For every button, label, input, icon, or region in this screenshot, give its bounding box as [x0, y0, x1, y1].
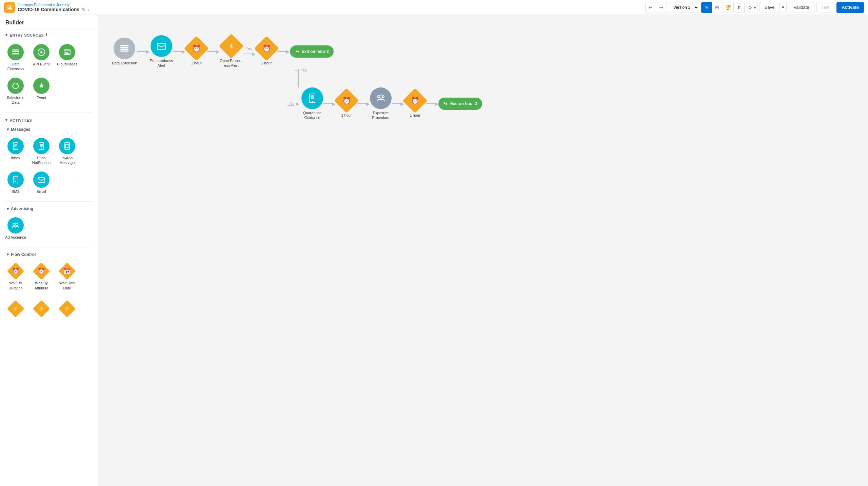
breadcrumb: Journeys Dashboard > Journey COVID-19 Co… — [18, 3, 89, 12]
activity-inbox[interactable]: Inbox — [3, 135, 28, 167]
arrow-5: ▶ — [286, 49, 290, 54]
canvas[interactable]: Data Extension ▶ PreparednessAlert — [98, 15, 868, 486]
entry-data-extension[interactable]: Data Extension — [3, 41, 28, 74]
arrow-4: ▶ — [252, 51, 256, 57]
cloudpages-label: CloudPages — [57, 62, 77, 66]
activity-ad-audience[interactable]: Ad Audience — [3, 215, 28, 242]
gear-button[interactable]: ⚙ ▾ — [747, 2, 757, 13]
node-wait-4[interactable]: ⏰ 1 hour — [404, 90, 426, 118]
wait-date-icon-wrap: 📅 — [59, 263, 75, 279]
template-button[interactable]: ⊞ — [712, 2, 723, 13]
email-label: Email — [37, 189, 46, 194]
test-button[interactable]: Test — [816, 2, 835, 13]
node-exit-2[interactable]: ⤷ Exit on hour 2 — [290, 45, 334, 58]
ad-audience-icon — [7, 217, 24, 234]
activity-wait-date[interactable]: 📅 Wait Until Date — [55, 260, 79, 292]
entry-cloudpages[interactable]: CloudPages — [55, 41, 79, 74]
wait-4-icon: ⏰ — [411, 97, 419, 105]
svg-rect-13 — [14, 145, 17, 146]
flow-control-subsection[interactable]: ▾ Flow Control — [0, 249, 98, 258]
data-extension-label: Data Extension — [5, 62, 26, 72]
no-text: No — [290, 101, 294, 105]
messages-grid: Inbox Push Notification In-App Message S… — [0, 133, 98, 199]
node-quarantine[interactable]: QuarantineGuidance — [301, 87, 323, 120]
builder-title: Builder — [0, 15, 98, 29]
svg-rect-17 — [40, 144, 43, 147]
activity-wait-duration[interactable]: ⏰ Wait By Duration — [3, 260, 28, 292]
connector-no-3: ▶ — [357, 101, 370, 106]
activity-email[interactable]: Email — [29, 169, 54, 196]
redo-button[interactable]: ↪ — [656, 2, 667, 13]
activity-sms[interactable]: SMS — [3, 169, 28, 196]
node-preparedness-alert[interactable]: PreparednessAlert — [150, 35, 173, 68]
branch-connector: Yes — [112, 68, 854, 72]
flow-control-grid: ⏰ Wait By Duration ⏰ Wait By Attribute 📅 — [0, 258, 98, 296]
trophy-button[interactable]: 🏆 — [723, 2, 734, 13]
no-branch-flow: No ▶ QuarantineGuidance — [288, 87, 482, 120]
connector-4-wrap: Yes ▶ — [243, 46, 256, 57]
entry-sources-section[interactable]: ▾ ENTRY SOURCES ℹ — [0, 29, 98, 39]
messages-subsection[interactable]: ▾ Messages — [0, 124, 98, 133]
activity-flow-5[interactable]: ⚡ — [29, 298, 54, 319]
event-label: Event — [37, 95, 46, 100]
export-button[interactable]: ⬆ — [734, 2, 745, 13]
divider-3 — [5, 247, 93, 247]
flow-control-label: Flow Control — [11, 252, 36, 257]
node-wait-3[interactable]: ⏰ 1 hour — [336, 90, 357, 118]
node-open-prep[interactable]: ✳ Open Prepa...ess Alert — [220, 35, 243, 68]
entry-api-event[interactable]: API Event — [29, 41, 54, 74]
save-dropdown-button[interactable]: ▾ — [780, 2, 787, 13]
activity-flow-4[interactable]: ⚡ — [3, 298, 28, 319]
activities-section[interactable]: ▾ ACTIVITIES — [0, 115, 98, 124]
api-event-icon — [33, 44, 50, 60]
svg-rect-24 — [14, 180, 16, 180]
wait-3-icon: ⏰ — [342, 97, 351, 105]
inbox-label: Inbox — [11, 156, 20, 160]
push-icon — [33, 138, 50, 154]
node-wait-1[interactable]: ⏰ 1 hour — [185, 38, 207, 65]
svg-rect-10 — [65, 53, 69, 54]
breadcrumb-chevron[interactable]: › — [87, 7, 89, 12]
breadcrumb-top[interactable]: Journeys Dashboard > Journey — [18, 3, 89, 7]
inapp-label: In-App Message — [56, 156, 78, 165]
connector-5: ▶ — [277, 49, 290, 54]
inapp-icon — [59, 138, 75, 154]
activate-button[interactable]: Activate — [836, 2, 864, 13]
edit-mode-button[interactable]: ✎ — [701, 2, 712, 13]
node-exit-3[interactable]: ⤷ Exit on hour 3 — [438, 98, 482, 110]
svg-point-18 — [41, 148, 42, 149]
wait-4-label: 1 hour — [410, 113, 420, 118]
activity-inapp[interactable]: In-App Message — [55, 135, 79, 167]
svg-point-27 — [13, 223, 16, 226]
inbox-icon — [7, 138, 24, 154]
undo-button[interactable]: ↩ — [645, 2, 656, 13]
no-horiz — [288, 105, 294, 106]
edit-title-icon[interactable]: ✎ — [81, 7, 85, 12]
entry-salesforce-data[interactable]: Salesforce Data — [3, 75, 28, 107]
arrow-no-5: ▶ — [435, 101, 438, 106]
activities-caret: ▾ — [5, 118, 8, 122]
node-data-extension[interactable]: Data Extension — [112, 38, 137, 65]
node-exposure[interactable]: ExposureProcedure — [370, 87, 392, 120]
arrow-no-1: ▶ — [296, 101, 299, 106]
activity-flow-6[interactable]: ⚡ — [55, 298, 79, 319]
event-icon — [33, 78, 50, 94]
wait-attribute-icon: ⏰ — [38, 267, 45, 275]
save-button[interactable]: Save — [760, 2, 780, 13]
wait-3-diamond-wrap: ⏰ — [336, 90, 357, 112]
flow-6-diamond: ⚡ — [59, 300, 76, 318]
version-select[interactable]: Version 1 — [669, 2, 699, 13]
activity-push[interactable]: Push Notification — [29, 135, 54, 167]
advertising-subsection[interactable]: ▾ Advertising — [0, 204, 98, 212]
activity-wait-attribute[interactable]: ⏰ Wait By Attribute — [29, 260, 54, 292]
exposure-label: ExposureProcedure — [372, 110, 390, 120]
exit-3-badge: ⤷ Exit on hour 3 — [438, 98, 482, 110]
node-wait-2[interactable]: ⏰ 1 hour — [256, 38, 277, 65]
svg-point-28 — [16, 223, 18, 226]
open-prep-diamond-wrap: ✳ — [220, 35, 242, 57]
flow-6-icon: ⚡ — [63, 305, 71, 312]
flow-5-icon-wrap: ⚡ — [33, 301, 50, 317]
wait-attribute-icon-wrap: ⏰ — [33, 263, 50, 279]
validate-button[interactable]: Validate — [789, 2, 814, 13]
entry-event[interactable]: Event — [29, 75, 54, 107]
